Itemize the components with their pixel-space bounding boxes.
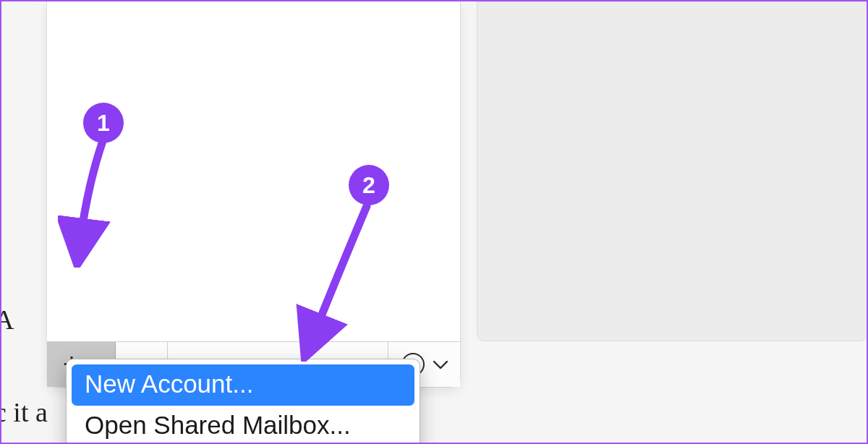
side-panel <box>477 1 867 341</box>
chevron-down-icon <box>433 359 448 372</box>
background-text-cutoff: i <box>0 218 1 250</box>
callout-arrow-2 <box>287 202 388 362</box>
background-text-cutoff: c it a <box>0 396 48 428</box>
background-text-cutoff: A <box>0 304 14 336</box>
callout-badge-1: 1 <box>83 103 124 143</box>
menu-open-shared-mailbox[interactable]: Open Shared Mailbox... <box>72 406 414 444</box>
callout-arrow-1 <box>58 137 116 268</box>
callout-badge-2: 2 <box>349 165 389 205</box>
add-account-menu: New Account... Open Shared Mailbox... <box>66 359 420 444</box>
menu-new-account[interactable]: New Account... <box>72 364 414 406</box>
